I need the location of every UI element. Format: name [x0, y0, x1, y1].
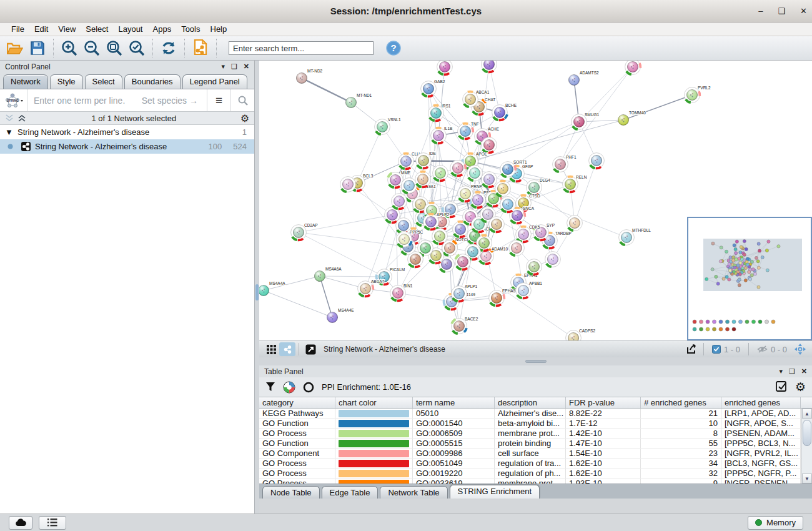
help-button[interactable]: ? [382, 38, 405, 58]
network-node[interactable]: IL1B [431, 126, 453, 143]
network-canvas[interactable]: MT-ND2MT-ND1VSNL1GAB2IRS1CHATBCHEABCA1IL… [259, 61, 812, 340]
zoom-in-button[interactable] [58, 38, 81, 58]
network-node[interactable] [482, 137, 497, 153]
network-node[interactable]: DLG4 [527, 178, 551, 195]
close-icon[interactable]: ✕ [244, 62, 249, 71]
network-node[interactable] [500, 197, 516, 212]
close-icon[interactable]: ✕ [801, 367, 807, 375]
table-scrollbar[interactable]: ▲ ▼ [801, 409, 812, 484]
network-node[interactable] [482, 172, 497, 187]
network-node[interactable]: BIN1 [390, 284, 413, 300]
menu-item-file[interactable]: File [6, 24, 29, 34]
column-header-chart-color[interactable]: chart color [335, 397, 413, 408]
refresh-network-button[interactable] [157, 38, 180, 58]
network-node[interactable] [442, 241, 458, 256]
network-node[interactable]: MS4A6A [314, 267, 342, 282]
table-row[interactable]: GO ProcessGO:0019220regulation of ph...1… [259, 469, 812, 479]
network-node[interactable] [589, 153, 605, 169]
menu-item-apps[interactable]: Apps [148, 24, 177, 34]
table-row[interactable]: GO ProcessGO:0051049regulation of tra...… [259, 459, 812, 469]
tab-legend-panel[interactable]: Legend Panel [182, 74, 247, 89]
column-header--enriched-genes[interactable]: # enriched genes [641, 397, 721, 408]
network-node[interactable]: PHF1 [553, 155, 577, 172]
settings-gear-icon[interactable]: ⚙ [795, 380, 806, 394]
column-header-term-name[interactable]: term name [413, 397, 495, 408]
menu-item-layout[interactable]: Layout [113, 24, 147, 34]
close-icon[interactable]: ✕ [800, 6, 807, 16]
horizontal-splitter[interactable] [259, 357, 812, 365]
network-node[interactable]: TOMM40 [618, 111, 646, 126]
network-node[interactable]: BACE2 [452, 317, 478, 334]
tree-network-row[interactable]: String Network - Alzheimer's disease1005… [0, 139, 254, 154]
network-from-file-button[interactable] [189, 38, 212, 58]
network-node[interactable]: EPHA5 [489, 289, 516, 305]
tab-network-table[interactable]: Network Table [380, 486, 447, 499]
network-node[interactable] [489, 217, 505, 232]
menu-item-select[interactable]: Select [81, 24, 113, 34]
network-node[interactable]: PVRL2 [685, 86, 711, 102]
expand-all-icon[interactable] [17, 114, 27, 122]
column-header-description[interactable]: description [495, 397, 566, 408]
network-node[interactable]: APBB1 [516, 281, 543, 298]
network-node[interactable] [455, 254, 471, 270]
vertical-splitter[interactable] [255, 61, 259, 514]
table-row[interactable]: GO ProcessGO:0033619membrane prot...1.93… [259, 479, 812, 484]
network-node[interactable] [340, 177, 356, 192]
network-node[interactable] [482, 61, 497, 72]
network-node[interactable] [392, 194, 407, 209]
network-node[interactable]: CD2AP [291, 223, 318, 240]
zoom-selected-button[interactable] [126, 38, 148, 58]
tab-boundaries[interactable]: Boundaries [124, 74, 181, 89]
expand-triangle-icon[interactable]: ▼ [5, 127, 17, 137]
open-session-button[interactable] [4, 38, 26, 58]
network-node[interactable] [450, 161, 466, 176]
float-icon[interactable]: ❑ [231, 62, 237, 71]
menu-item-edit[interactable]: Edit [29, 24, 53, 34]
string-search-icon[interactable] [230, 89, 254, 111]
network-node[interactable]: ABCA7 [358, 279, 385, 296]
set-species-label[interactable]: Set species → [142, 96, 207, 106]
birdseye-view[interactable] [687, 217, 812, 340]
table-row[interactable]: GO ProcessGO:0006509membrane prot...1.42… [259, 429, 812, 439]
save-session-button[interactable] [26, 38, 49, 58]
search-input[interactable] [229, 41, 374, 55]
network-node[interactable] [467, 166, 483, 181]
filter-icon[interactable] [265, 382, 275, 392]
task-history-button[interactable] [39, 516, 66, 530]
zoom-fit-button[interactable] [103, 38, 126, 58]
enrichment-chart-icon[interactable] [283, 381, 295, 394]
birdseye-toggle-icon[interactable] [279, 342, 295, 356]
string-source-dropdown[interactable]: STRING [0, 89, 27, 111]
network-node[interactable]: VSNL1 [375, 117, 401, 134]
tab-node-table[interactable]: Node Table [262, 486, 320, 499]
network-node[interactable] [433, 166, 448, 181]
zoom-out-button[interactable] [81, 38, 103, 58]
network-node[interactable] [625, 61, 641, 74]
pan-compass-icon[interactable] [792, 342, 808, 356]
panel-menu-icon[interactable]: ▾ [779, 367, 783, 375]
column-header-enriched-genes[interactable]: enriched genes [721, 397, 801, 408]
network-node[interactable]: CADPS2 [566, 329, 596, 340]
memory-button[interactable]: Memory [748, 516, 803, 530]
collapse-all-icon[interactable] [5, 114, 15, 122]
table-row[interactable]: KEGG Pathways05010Alzheimer's dise...8.8… [259, 409, 812, 419]
tree-collection-row[interactable]: ▼String Network - Alzheimer's disease1 [0, 125, 254, 139]
panel-menu-icon[interactable]: ▾ [221, 62, 225, 71]
maximize-icon[interactable]: ❑ [778, 6, 785, 16]
network-node[interactable]: ADAMTS2 [568, 71, 599, 86]
tab-select[interactable]: Select [85, 74, 122, 89]
float-icon[interactable]: ❑ [789, 367, 795, 375]
minimize-icon[interactable]: – [758, 6, 763, 16]
network-node[interactable] [437, 61, 453, 74]
network-node[interactable] [545, 252, 561, 267]
network-node[interactable]: RELN [563, 175, 587, 192]
table-row[interactable]: GO FunctionGO:0005515protein binding1.47… [259, 439, 812, 449]
menu-item-tools[interactable]: Tools [176, 24, 205, 34]
scroll-down-icon[interactable]: ▼ [802, 474, 812, 484]
network-node[interactable]: MT-ND1 [345, 93, 372, 108]
tab-string-enrichment[interactable]: STRING Enrichment [450, 485, 540, 499]
network-node[interactable]: BCHE [492, 103, 517, 120]
network-node[interactable] [495, 181, 511, 197]
network-node[interactable] [509, 241, 525, 256]
export-network-icon[interactable] [684, 342, 700, 356]
